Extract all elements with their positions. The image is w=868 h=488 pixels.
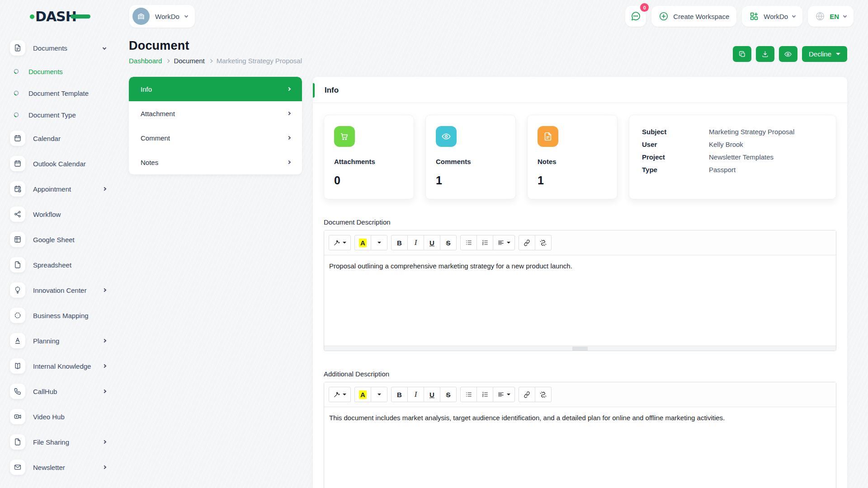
document-description-label: Document Description — [324, 218, 836, 226]
workdo-menu-button[interactable]: WorkDo — [742, 6, 802, 27]
paragraph-align-button[interactable] — [493, 235, 515, 250]
sidebar-item-planning[interactable]: Planning — [0, 328, 118, 353]
grid-plus-icon — [749, 11, 759, 21]
phone-icon — [10, 384, 25, 399]
detail-value: Newsletter Templates — [709, 152, 774, 162]
italic-icon: I — [415, 390, 417, 399]
sidebar-item-document-template[interactable]: Document Template — [0, 82, 118, 104]
bold-button[interactable]: B — [391, 387, 408, 402]
lightbulb-icon — [10, 282, 25, 298]
file-icon — [10, 434, 25, 450]
preview-button[interactable] — [779, 46, 797, 62]
tab-comment[interactable]: Comment — [129, 126, 302, 150]
detail-label: User — [642, 140, 709, 149]
font-color-dropdown[interactable] — [371, 387, 387, 402]
sidebar-item-internal-knowledge[interactable]: Internal Knowledge — [0, 353, 118, 379]
chevron-right-icon — [103, 440, 106, 444]
paragraph-align-icon — [497, 239, 505, 246]
sidebar-item-label: Calendar — [33, 135, 61, 142]
chevron-down-icon — [184, 14, 188, 17]
editor-toolbar: A B I U S — [324, 230, 836, 255]
detail-label: Subject — [642, 127, 709, 136]
unordered-list-icon — [465, 239, 472, 246]
sidebar-item-documents[interactable]: Documents — [0, 61, 118, 82]
paragraph-align-button[interactable] — [493, 387, 515, 402]
sidebar-item-spreadsheet[interactable]: Spreadsheet — [0, 252, 118, 277]
unordered-list-button[interactable] — [460, 387, 477, 402]
progress-ring-icon — [14, 112, 19, 117]
sidebar-item-business-mapping[interactable]: Business Mapping — [0, 303, 118, 328]
sidebar-item-appointment[interactable]: Appointment — [0, 176, 118, 202]
unlink-button[interactable] — [535, 387, 552, 402]
breadcrumb-dashboard-link[interactable]: Dashboard — [129, 57, 162, 65]
sidebar-item-documents-group[interactable]: Documents — [0, 35, 118, 61]
tab-info[interactable]: Info — [129, 77, 302, 101]
sidebar-item-file-sharing[interactable]: File Sharing — [0, 429, 118, 455]
strikethrough-button[interactable]: S — [440, 235, 457, 250]
sidebar-item-label: Appointment — [33, 185, 71, 193]
workspace-selector[interactable]: WorkDo — [129, 5, 195, 28]
unordered-list-button[interactable] — [460, 235, 477, 250]
breadcrumb-document[interactable]: Document — [174, 57, 204, 65]
font-color-button[interactable]: A — [354, 387, 371, 402]
chevron-right-icon — [287, 112, 291, 115]
sidebar-item-workflow[interactable]: Workflow — [0, 202, 118, 227]
decline-button[interactable]: Decline — [802, 46, 847, 62]
tab-attachment[interactable]: Attachment — [129, 101, 302, 126]
additional-description-content[interactable]: This document includes market analysis, … — [324, 407, 836, 488]
document-description-content[interactable]: Proposal outlining a comprehensive marke… — [324, 255, 836, 346]
chevron-right-icon — [287, 160, 291, 164]
detail-value: Kelly Brook — [709, 140, 743, 149]
caret-down-icon — [343, 242, 346, 244]
underline-button[interactable]: U — [424, 235, 440, 250]
chevron-right-icon — [103, 288, 106, 292]
calendar-icon — [10, 156, 25, 171]
sidebar-item-outlook-calendar[interactable]: Outlook Calendar — [0, 151, 118, 176]
italic-button[interactable]: I — [407, 235, 424, 250]
font-color-button[interactable]: A — [354, 235, 371, 250]
eye-icon — [784, 50, 792, 58]
link-button[interactable] — [519, 387, 535, 402]
document-tab-menu: Info Attachment Comment Notes — [129, 77, 302, 174]
workspace-name: WorkDo — [155, 13, 179, 20]
progress-ring-icon — [14, 69, 19, 74]
style-button[interactable] — [329, 387, 351, 402]
sidebar-item-calendar[interactable]: Calendar — [0, 126, 118, 151]
ordered-list-button[interactable] — [476, 387, 493, 402]
sidebar-item-newsletter[interactable]: Newsletter — [0, 455, 118, 480]
sidebar-item-label: Innovation Center — [33, 286, 86, 294]
font-color-icon: A — [359, 390, 367, 399]
dashed-circle-icon — [10, 308, 25, 323]
messages-button[interactable]: 0 — [625, 6, 646, 27]
chevron-right-icon — [103, 389, 106, 393]
sidebar-item-callhub[interactable]: CallHub — [0, 379, 118, 404]
editor-resize-bar[interactable] — [324, 346, 836, 351]
download-button[interactable] — [756, 46, 774, 62]
detail-value: Passport — [709, 165, 736, 174]
tab-notes[interactable]: Notes — [129, 150, 302, 174]
bold-icon: B — [397, 239, 402, 247]
underline-button[interactable]: U — [424, 387, 440, 402]
unordered-list-icon — [465, 391, 472, 398]
calendar-icon — [10, 131, 25, 146]
italic-button[interactable]: I — [407, 387, 424, 402]
unlink-button[interactable] — [535, 235, 552, 250]
sidebar-item-document-type[interactable]: Document Type — [0, 104, 118, 126]
sidebar-item-google-sheet[interactable]: Google Sheet — [0, 227, 118, 252]
language-selector[interactable]: EN — [808, 6, 854, 27]
stat-value: 1 — [538, 174, 607, 187]
svg-text:DASH: DASH — [35, 9, 76, 24]
link-button[interactable] — [519, 235, 535, 250]
sidebar-item-label: Documents — [33, 44, 67, 52]
style-button[interactable] — [329, 235, 351, 250]
bold-button[interactable]: B — [391, 235, 408, 250]
sidebar-item-video-hub[interactable]: Video Hub — [0, 404, 118, 429]
ordered-list-button[interactable] — [476, 235, 493, 250]
stat-label: Comments — [436, 158, 505, 165]
sidebar-item-innovation-center[interactable]: Innovation Center — [0, 277, 118, 303]
dash-logo[interactable]: DASH — [29, 7, 92, 25]
font-color-dropdown[interactable] — [371, 235, 387, 250]
create-workspace-button[interactable]: Create Workspace — [651, 6, 736, 27]
strikethrough-button[interactable]: S — [440, 387, 457, 402]
copy-button[interactable] — [733, 46, 751, 62]
